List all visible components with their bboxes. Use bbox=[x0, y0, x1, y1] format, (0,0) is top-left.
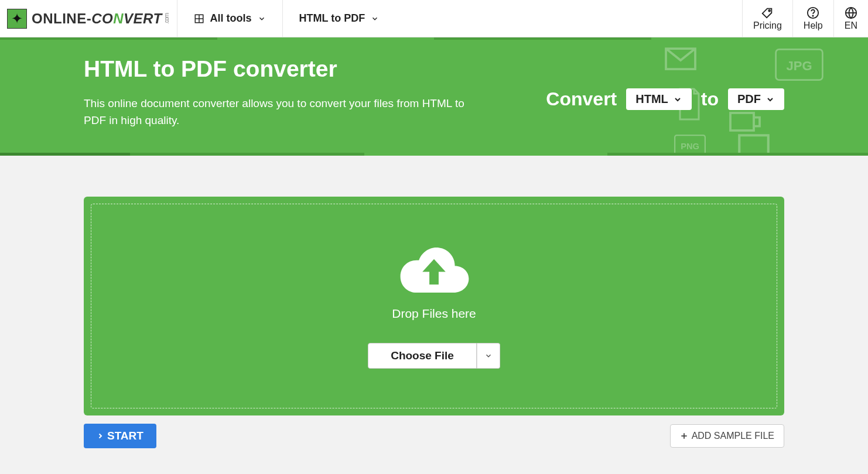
logo-icon: ✦ bbox=[7, 9, 27, 29]
nav-all-tools-label: All tools bbox=[210, 12, 252, 25]
choose-file-caret[interactable] bbox=[477, 343, 500, 369]
drop-text: Drop Files here bbox=[392, 307, 476, 321]
chevron-down-icon bbox=[766, 95, 775, 104]
add-sample-file-label: ADD SAMPLE FILE bbox=[692, 431, 774, 441]
convert-label: Convert bbox=[546, 88, 617, 110]
logo-com: .com bbox=[163, 13, 170, 24]
convert-from-select[interactable]: HTML bbox=[626, 88, 692, 110]
convert-to-select[interactable]: PDF bbox=[728, 88, 784, 110]
pricing-label: Pricing bbox=[753, 20, 782, 31]
help-button[interactable]: Help bbox=[792, 0, 833, 37]
chevron-down-icon bbox=[673, 95, 682, 104]
nav-all-tools[interactable]: All tools bbox=[177, 0, 282, 37]
logo-text-online: ONLINE- bbox=[32, 11, 91, 27]
help-icon bbox=[807, 6, 819, 19]
pricing-button[interactable]: Pricing bbox=[742, 0, 792, 37]
help-label: Help bbox=[804, 20, 823, 31]
svg-point-5 bbox=[813, 15, 814, 16]
chevron-right-icon bbox=[97, 431, 104, 441]
start-button[interactable]: START bbox=[84, 424, 156, 448]
add-sample-file-button[interactable]: ADD SAMPLE FILE bbox=[670, 424, 784, 448]
header-bar: ✦ ONLINE- CONVERT .com All tools HTML to… bbox=[0, 0, 868, 37]
nav-html-to-pdf-label: HTML to PDF bbox=[299, 12, 365, 25]
grid-icon bbox=[194, 13, 204, 24]
logo[interactable]: ✦ ONLINE- CONVERT .com bbox=[0, 0, 177, 37]
svg-text:PNG: PNG bbox=[681, 142, 699, 151]
choose-file-button[interactable]: Choose File bbox=[368, 343, 477, 369]
convert-from-value: HTML bbox=[635, 92, 668, 106]
chevron-down-icon bbox=[258, 15, 266, 23]
language-label: EN bbox=[845, 20, 857, 31]
start-button-label: START bbox=[107, 430, 143, 442]
page-description: This online document converter allows yo… bbox=[84, 95, 464, 129]
cloud-upload-icon bbox=[396, 243, 472, 298]
chevron-down-icon bbox=[484, 352, 493, 360]
hero: JPG PNG HTML to PDF converter This onlin… bbox=[0, 40, 868, 153]
svg-rect-11 bbox=[675, 135, 705, 153]
plus-icon bbox=[680, 432, 688, 440]
page-title: HTML to PDF converter bbox=[84, 56, 522, 82]
nav-html-to-pdf[interactable]: HTML to PDF bbox=[282, 0, 396, 37]
dropzone[interactable]: Drop Files here Choose File bbox=[84, 197, 784, 415]
logo-text-convert: CONVERT bbox=[91, 11, 162, 27]
globe-icon bbox=[845, 6, 857, 19]
svg-point-3 bbox=[769, 9, 771, 11]
language-button[interactable]: EN bbox=[833, 0, 868, 37]
chevron-down-icon bbox=[371, 15, 379, 23]
convert-to-value: PDF bbox=[737, 92, 761, 106]
to-label: to bbox=[701, 88, 719, 110]
dropzone-inner: Drop Files here Choose File bbox=[91, 204, 777, 408]
main-content: Drop Files here Choose File START ADD SA… bbox=[77, 156, 791, 466]
tag-icon bbox=[761, 6, 774, 19]
